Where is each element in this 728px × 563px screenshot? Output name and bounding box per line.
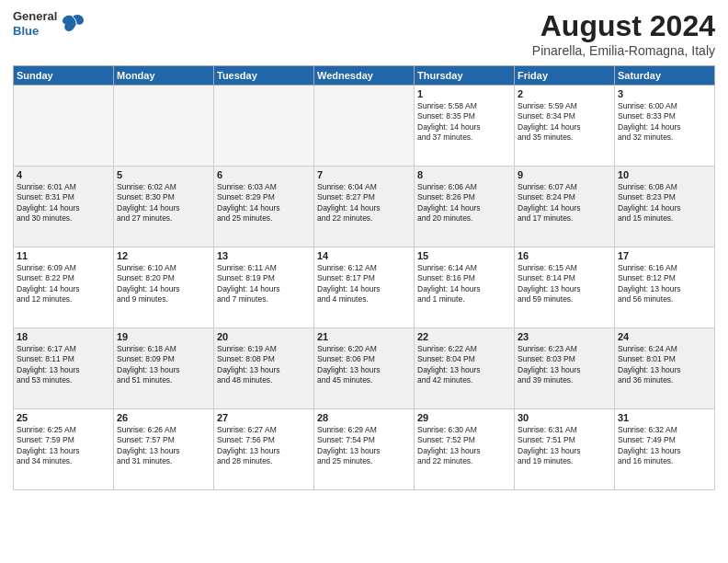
calendar-day-cell: 26Sunrise: 6:26 AM Sunset: 7:57 PM Dayli…	[114, 409, 214, 490]
day-info: Sunrise: 6:23 AM Sunset: 8:03 PM Dayligh…	[518, 344, 611, 386]
day-number: 23	[518, 331, 611, 342]
calendar-header-row: SundayMondayTuesdayWednesdayThursdayFrid…	[14, 66, 715, 86]
calendar-week-row: 11Sunrise: 6:09 AM Sunset: 8:22 PM Dayli…	[14, 247, 715, 328]
day-number: 30	[518, 412, 611, 423]
day-number: 9	[518, 169, 611, 180]
calendar-day-cell: 19Sunrise: 6:18 AM Sunset: 8:09 PM Dayli…	[114, 328, 214, 409]
day-info: Sunrise: 6:03 AM Sunset: 8:29 PM Dayligh…	[217, 182, 311, 224]
logo-blue: Blue	[13, 24, 57, 39]
calendar-table: SundayMondayTuesdayWednesdayThursdayFrid…	[13, 65, 715, 490]
calendar-day-cell: 28Sunrise: 6:29 AM Sunset: 7:54 PM Dayli…	[314, 409, 415, 490]
weekday-header-monday: Monday	[114, 66, 214, 86]
day-info: Sunrise: 6:09 AM Sunset: 8:22 PM Dayligh…	[17, 263, 110, 305]
calendar-day-cell: 25Sunrise: 6:25 AM Sunset: 7:59 PM Dayli…	[14, 409, 114, 490]
day-info: Sunrise: 6:08 AM Sunset: 8:23 PM Dayligh…	[618, 182, 711, 224]
calendar-week-row: 4Sunrise: 6:01 AM Sunset: 8:31 PM Daylig…	[14, 167, 715, 247]
weekday-header-tuesday: Tuesday	[214, 66, 314, 86]
calendar-day-cell: 24Sunrise: 6:24 AM Sunset: 8:01 PM Dayli…	[615, 328, 715, 409]
calendar-day-cell: 23Sunrise: 6:23 AM Sunset: 8:03 PM Dayli…	[515, 328, 615, 409]
day-info: Sunrise: 6:01 AM Sunset: 8:31 PM Dayligh…	[17, 182, 110, 224]
day-info: Sunrise: 6:02 AM Sunset: 8:30 PM Dayligh…	[117, 182, 210, 224]
day-number: 1	[417, 88, 511, 99]
calendar-day-cell: 17Sunrise: 6:16 AM Sunset: 8:12 PM Dayli…	[615, 247, 715, 328]
calendar-day-cell: 13Sunrise: 6:11 AM Sunset: 8:19 PM Dayli…	[214, 247, 314, 328]
calendar-day-cell	[114, 86, 214, 167]
day-number: 3	[618, 88, 711, 99]
calendar-day-cell: 11Sunrise: 6:09 AM Sunset: 8:22 PM Dayli…	[14, 247, 114, 328]
page: General Blue August 2024 Pinarella, Emil…	[0, 0, 728, 563]
logo: General Blue	[13, 9, 85, 38]
day-info: Sunrise: 6:11 AM Sunset: 8:19 PM Dayligh…	[217, 263, 311, 305]
calendar-day-cell: 30Sunrise: 6:31 AM Sunset: 7:51 PM Dayli…	[515, 409, 615, 490]
calendar-day-cell: 31Sunrise: 6:32 AM Sunset: 7:49 PM Dayli…	[615, 409, 715, 490]
day-info: Sunrise: 6:17 AM Sunset: 8:11 PM Dayligh…	[17, 344, 110, 386]
day-info: Sunrise: 6:15 AM Sunset: 8:14 PM Dayligh…	[518, 263, 611, 305]
day-number: 2	[518, 88, 611, 99]
weekday-header-sunday: Sunday	[14, 66, 114, 86]
calendar-week-row: 18Sunrise: 6:17 AM Sunset: 8:11 PM Dayli…	[14, 328, 715, 409]
day-number: 12	[117, 250, 210, 261]
day-number: 10	[618, 169, 711, 180]
calendar-day-cell	[14, 86, 114, 167]
day-info: Sunrise: 6:32 AM Sunset: 7:49 PM Dayligh…	[618, 425, 711, 467]
day-info: Sunrise: 6:06 AM Sunset: 8:26 PM Dayligh…	[417, 182, 511, 224]
day-info: Sunrise: 6:18 AM Sunset: 8:09 PM Dayligh…	[117, 344, 210, 386]
calendar-day-cell: 14Sunrise: 6:12 AM Sunset: 8:17 PM Dayli…	[314, 247, 415, 328]
day-info: Sunrise: 5:59 AM Sunset: 8:34 PM Dayligh…	[518, 101, 611, 144]
day-info: Sunrise: 6:19 AM Sunset: 8:08 PM Dayligh…	[217, 344, 311, 386]
logo-general: General	[13, 9, 57, 24]
day-number: 28	[317, 412, 411, 423]
day-number: 19	[117, 331, 210, 342]
month-title: August 2024	[532, 9, 715, 43]
day-number: 18	[17, 331, 110, 342]
day-number: 26	[117, 412, 210, 423]
day-number: 22	[417, 331, 511, 342]
calendar-day-cell: 21Sunrise: 6:20 AM Sunset: 8:06 PM Dayli…	[314, 328, 415, 409]
day-number: 14	[317, 250, 411, 261]
calendar-day-cell: 2Sunrise: 5:59 AM Sunset: 8:34 PM Daylig…	[515, 86, 615, 167]
weekday-header-wednesday: Wednesday	[314, 66, 415, 86]
day-info: Sunrise: 6:24 AM Sunset: 8:01 PM Dayligh…	[618, 344, 711, 386]
calendar-day-cell: 4Sunrise: 6:01 AM Sunset: 8:31 PM Daylig…	[14, 167, 114, 247]
day-number: 17	[618, 250, 711, 261]
day-number: 15	[417, 250, 511, 261]
location-title: Pinarella, Emilia-Romagna, Italy	[532, 43, 715, 58]
calendar-day-cell	[214, 86, 314, 167]
day-number: 29	[417, 412, 511, 423]
day-number: 8	[417, 169, 511, 180]
day-info: Sunrise: 6:22 AM Sunset: 8:04 PM Dayligh…	[417, 344, 511, 386]
day-info: Sunrise: 6:26 AM Sunset: 7:57 PM Dayligh…	[117, 425, 210, 467]
calendar-day-cell: 18Sunrise: 6:17 AM Sunset: 8:11 PM Dayli…	[14, 328, 114, 409]
calendar-day-cell: 9Sunrise: 6:07 AM Sunset: 8:24 PM Daylig…	[515, 167, 615, 247]
title-block: August 2024 Pinarella, Emilia-Romagna, I…	[532, 9, 715, 58]
day-number: 27	[217, 412, 311, 423]
calendar-day-cell: 12Sunrise: 6:10 AM Sunset: 8:20 PM Dayli…	[114, 247, 214, 328]
day-number: 21	[317, 331, 411, 342]
calendar-week-row: 25Sunrise: 6:25 AM Sunset: 7:59 PM Dayli…	[14, 409, 715, 490]
day-info: Sunrise: 6:20 AM Sunset: 8:06 PM Dayligh…	[317, 344, 411, 386]
calendar-day-cell: 27Sunrise: 6:27 AM Sunset: 7:56 PM Dayli…	[214, 409, 314, 490]
day-number: 11	[17, 250, 110, 261]
logo-bird-icon	[60, 11, 85, 37]
calendar-day-cell	[314, 86, 415, 167]
day-info: Sunrise: 6:31 AM Sunset: 7:51 PM Dayligh…	[518, 425, 611, 467]
calendar-day-cell: 1Sunrise: 5:58 AM Sunset: 8:35 PM Daylig…	[415, 86, 515, 167]
day-info: Sunrise: 6:12 AM Sunset: 8:17 PM Dayligh…	[317, 263, 411, 305]
calendar-day-cell: 5Sunrise: 6:02 AM Sunset: 8:30 PM Daylig…	[114, 167, 214, 247]
day-info: Sunrise: 6:30 AM Sunset: 7:52 PM Dayligh…	[417, 425, 511, 467]
day-info: Sunrise: 6:27 AM Sunset: 7:56 PM Dayligh…	[217, 425, 311, 467]
day-number: 13	[217, 250, 311, 261]
day-number: 6	[217, 169, 311, 180]
day-info: Sunrise: 6:25 AM Sunset: 7:59 PM Dayligh…	[17, 425, 110, 467]
calendar-day-cell: 20Sunrise: 6:19 AM Sunset: 8:08 PM Dayli…	[214, 328, 314, 409]
day-info: Sunrise: 6:29 AM Sunset: 7:54 PM Dayligh…	[317, 425, 411, 467]
weekday-header-saturday: Saturday	[615, 66, 715, 86]
weekday-header-thursday: Thursday	[415, 66, 515, 86]
day-number: 5	[117, 169, 210, 180]
calendar-day-cell: 16Sunrise: 6:15 AM Sunset: 8:14 PM Dayli…	[515, 247, 615, 328]
calendar-day-cell: 10Sunrise: 6:08 AM Sunset: 8:23 PM Dayli…	[615, 167, 715, 247]
day-number: 20	[217, 331, 311, 342]
day-info: Sunrise: 6:10 AM Sunset: 8:20 PM Dayligh…	[117, 263, 210, 305]
calendar-week-row: 1Sunrise: 5:58 AM Sunset: 8:35 PM Daylig…	[14, 86, 715, 167]
day-number: 7	[317, 169, 411, 180]
